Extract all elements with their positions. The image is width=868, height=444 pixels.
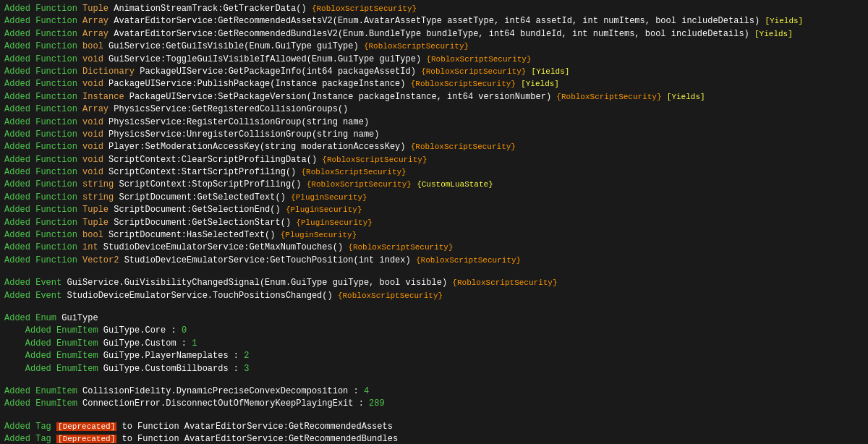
line-15: Added Function string ScriptContext:Stop… [4, 179, 864, 191]
line-2: Added Function Array AvatarEditorService… [4, 15, 864, 27]
line-30: Added EnumItem ConnectionError.Disconnec… [4, 398, 864, 410]
line-3: Added Function Array AvatarEditorService… [4, 28, 864, 40]
empty-4 [4, 411, 864, 421]
line-17: Added Function Tuple ScriptDocument:GetS… [4, 204, 864, 216]
code-output: Added Function Tuple AnimationStreamTrac… [4, 3, 864, 444]
line-25: Added EnumItem GuiType.Core : 0 [4, 325, 864, 337]
line-13: Added Function void ScriptContext:ClearS… [4, 154, 864, 166]
line-23: Added Event StudioDeviceEmulatorService.… [4, 290, 864, 302]
empty-1 [4, 267, 864, 277]
line-32: Added Tag [Deprecated] to Function Avata… [4, 433, 864, 444]
empty-3 [4, 375, 864, 385]
line-1: Added Function Tuple AnimationStreamTrac… [4, 3, 864, 15]
line-28: Added EnumItem GuiType.CustomBillboards … [4, 363, 864, 375]
line-12: Added Function void Player:SetModeration… [4, 141, 864, 153]
line-14: Added Function void ScriptContext:StartS… [4, 166, 864, 179]
line-10: Added Function void PhysicsService:Regis… [4, 116, 864, 129]
line-21: Added Function Vector2 StudioDeviceEmula… [4, 255, 864, 267]
line-4: Added Function bool GuiService:GetGuiIsV… [4, 40, 864, 53]
line-24: Added Enum GuiType [4, 312, 864, 325]
line-16: Added Function string ScriptDocument:Get… [4, 192, 864, 204]
line-7: Added Function void PackageUIService:Pub… [4, 78, 864, 90]
line-5: Added Function void GuiService:ToggleGui… [4, 54, 864, 66]
line-9: Added Function Array PhysicsService:GetR… [4, 103, 864, 116]
line-27: Added EnumItem GuiType.PlayerNameplates … [4, 350, 864, 362]
line-18: Added Function Tuple ScriptDocument:GetS… [4, 217, 864, 229]
line-29: Added EnumItem CollisionFidelity.Dynamic… [4, 385, 864, 398]
line-6: Added Function Dictionary PackageUIServi… [4, 66, 864, 78]
line-19: Added Function bool ScriptDocument:HasSe… [4, 229, 864, 242]
line-31: Added Tag [Deprecated] to Function Avata… [4, 421, 864, 433]
line-8: Added Function Instance PackageUIService… [4, 91, 864, 103]
line-20: Added Function int StudioDeviceEmulatorS… [4, 242, 864, 254]
line-26: Added EnumItem GuiType.Custom : 1 [4, 338, 864, 350]
line-11: Added Function void PhysicsService:Unreg… [4, 129, 864, 141]
line-22: Added Event GuiService.GuiVisibilityChan… [4, 277, 864, 289]
empty-2 [4, 302, 864, 312]
